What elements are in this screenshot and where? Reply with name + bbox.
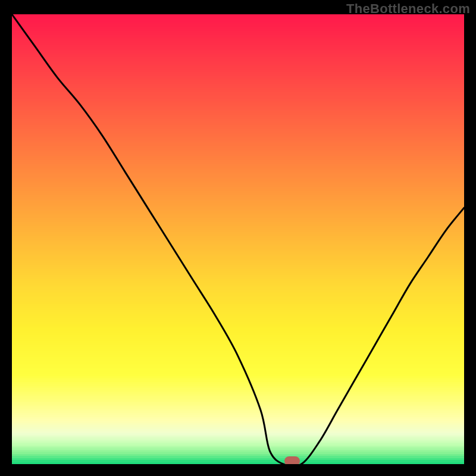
chart-frame: TheBottleneck.com: [0, 0, 476, 476]
optimal-marker: [284, 456, 300, 464]
watermark-text: TheBottleneck.com: [346, 1, 470, 17]
plot-area: [12, 14, 464, 464]
bottleneck-curve: [12, 14, 464, 464]
